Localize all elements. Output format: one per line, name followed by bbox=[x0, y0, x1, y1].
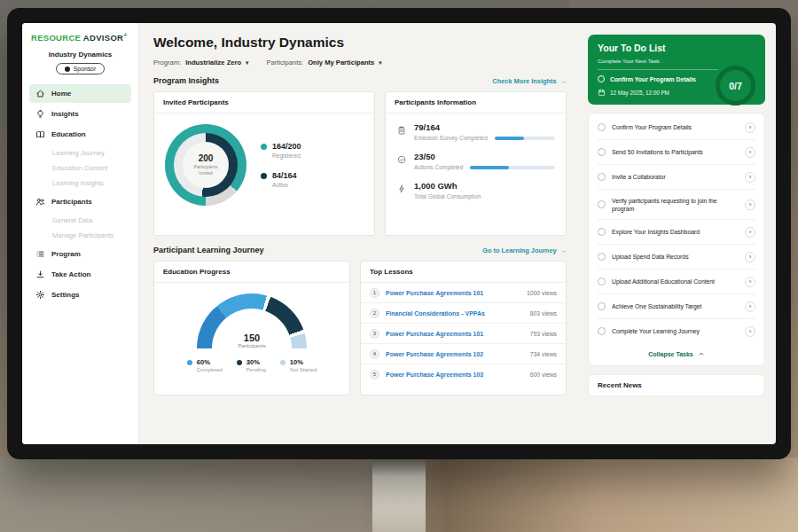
task-checkbox[interactable] bbox=[598, 327, 606, 335]
task-row[interactable]: Verify participants requesting to join t… bbox=[598, 190, 755, 220]
sidebar-item-general-data[interactable]: General Data bbox=[29, 213, 131, 228]
lesson-link[interactable]: Power Purchase Agreements 101 bbox=[386, 331, 524, 337]
donut-center-value: 200 bbox=[199, 153, 214, 163]
legend-label: Completed bbox=[197, 367, 223, 372]
check-more-insights-link[interactable]: Check More Insights → bbox=[492, 77, 567, 85]
task-row[interactable]: Upload Additional Educational Content › bbox=[598, 270, 755, 294]
sidebar-item-insights[interactable]: Insights bbox=[29, 105, 131, 123]
task-checkbox[interactable] bbox=[598, 200, 606, 208]
lesson-link[interactable]: Power Purchase Agreements 101 bbox=[386, 290, 520, 296]
page-title: Welcome, Industry Dynamics bbox=[153, 35, 567, 51]
task-checkbox[interactable] bbox=[598, 228, 606, 236]
chevron-right-icon[interactable]: › bbox=[745, 172, 755, 183]
lesson-views: 803 views bbox=[530, 310, 557, 317]
chevron-right-icon[interactable]: › bbox=[745, 227, 755, 238]
task-row[interactable]: Send 50 Invitations to Participants › bbox=[598, 140, 755, 165]
info-label: Emission Survey Completed bbox=[414, 135, 488, 141]
sidebar-item-learning-journey[interactable]: Learning Journey bbox=[29, 145, 131, 160]
chevron-right-icon[interactable]: › bbox=[745, 122, 755, 133]
lesson-views: 600 views bbox=[530, 372, 557, 378]
sidebar-item-label: Settings bbox=[51, 291, 80, 299]
sidebar-item-settings[interactable]: Settings bbox=[29, 286, 131, 304]
resource-advisor-logo: RESOURCE ADVISOR+ bbox=[29, 32, 131, 43]
task-checkbox[interactable] bbox=[598, 278, 606, 286]
task-row[interactable]: Explore Your Insights Dashboard › bbox=[598, 220, 755, 245]
info-row-consumption: 1,000 GWh Total Global Consumption bbox=[396, 181, 555, 200]
arrow-right-icon: → bbox=[560, 77, 567, 85]
participants-dropdown-value: Only My Participants bbox=[308, 59, 374, 66]
sidebar-item-program[interactable]: Program bbox=[29, 245, 131, 263]
program-filter-label: Program: bbox=[153, 59, 181, 66]
recent-news-label: Recent News bbox=[598, 381, 642, 389]
legend-dot bbox=[261, 173, 267, 179]
sidebar-item-participants[interactable]: Participants bbox=[29, 192, 131, 211]
collapse-tasks-link[interactable]: Collapse Tasks bbox=[598, 343, 755, 364]
chevron-right-icon[interactable]: › bbox=[745, 301, 755, 312]
go-to-learning-journey-link[interactable]: Go to Learning Journey → bbox=[482, 246, 567, 254]
sidebar-item-label: Home bbox=[51, 90, 71, 98]
card-title: Invited Participants bbox=[154, 92, 374, 113]
task-checkbox[interactable] bbox=[598, 253, 606, 261]
download-action-icon bbox=[35, 270, 45, 279]
actions-progress-bar bbox=[470, 166, 555, 169]
sponsor-badge[interactable]: Sponsor bbox=[56, 63, 105, 74]
sidebar-subitem-label: Manage Participants bbox=[52, 231, 113, 239]
task-row[interactable]: Confirm Your Program Details › bbox=[598, 115, 755, 140]
sidebar-item-label: Participants bbox=[51, 198, 92, 206]
todo-next-task[interactable]: Confirm Your Program Details bbox=[598, 69, 718, 82]
chevron-right-icon[interactable]: › bbox=[745, 200, 755, 210]
legend-dot bbox=[237, 360, 242, 365]
check-circle-icon bbox=[396, 153, 407, 163]
sidebar-item-label: Take Action bbox=[51, 270, 90, 278]
calendar-icon bbox=[598, 89, 606, 97]
task-label: Send 50 Invitations to Participants bbox=[612, 148, 739, 156]
info-row-survey: 79/164 Emission Survey Completed bbox=[396, 122, 555, 141]
task-row[interactable]: Achieve One Sustainability Target › bbox=[598, 294, 755, 319]
dashboard-screen: RESOURCE ADVISOR+ Industry Dynamics Spon… bbox=[22, 23, 776, 444]
task-checkbox[interactable] bbox=[598, 173, 606, 181]
task-checkbox[interactable] bbox=[598, 148, 606, 156]
lesson-link[interactable]: Financial Considerations - VPPAs bbox=[386, 310, 524, 317]
chevron-down-icon: ▾ bbox=[246, 59, 248, 66]
task-row[interactable]: Complete Your Learning Journey › bbox=[598, 319, 755, 343]
sidebar-item-education[interactable]: Education bbox=[29, 125, 131, 144]
task-checkbox[interactable] bbox=[598, 75, 605, 82]
task-row[interactable]: Invite a Collaborator › bbox=[598, 165, 755, 190]
task-label: Upload Additional Educational Content bbox=[612, 278, 739, 286]
lesson-row: 2 Financial Considerations - VPPAs 803 v… bbox=[361, 303, 566, 324]
logo-plus: + bbox=[123, 32, 127, 38]
chevron-right-icon[interactable]: › bbox=[745, 252, 755, 262]
card-title: Education Progress bbox=[154, 262, 349, 283]
legend-item-completed: 60% Completed bbox=[187, 358, 223, 372]
program-dropdown[interactable]: Industrialize Zero ▾ bbox=[185, 59, 248, 66]
legend-label: Pending bbox=[246, 367, 266, 372]
sponsor-badge-label: Sponsor bbox=[74, 66, 96, 72]
lesson-rank: 1 bbox=[370, 288, 379, 298]
legend-label: Registered bbox=[272, 153, 301, 159]
legend-item-pending: 30% Pending bbox=[237, 358, 266, 372]
lesson-link[interactable]: Power Purchase Agreements 102 bbox=[386, 351, 524, 357]
todo-tasks-card: Confirm Your Program Details › Send 50 I… bbox=[588, 113, 765, 366]
sidebar-item-education-content[interactable]: Education Content bbox=[29, 160, 131, 176]
info-value: 23/50 bbox=[414, 152, 555, 161]
task-checkbox[interactable] bbox=[598, 123, 606, 131]
participants-dropdown[interactable]: Only My Participants ▾ bbox=[308, 59, 381, 66]
recent-news-header[interactable]: Recent News bbox=[588, 374, 765, 396]
sidebar-item-learning-insights[interactable]: Learning Insights bbox=[29, 176, 131, 191]
chevron-right-icon[interactable]: › bbox=[745, 326, 755, 337]
task-row[interactable]: Upload Spend Data Records › bbox=[598, 245, 755, 270]
chevron-right-icon[interactable]: › bbox=[745, 147, 755, 158]
donut-center-label: Participants Invited bbox=[188, 164, 223, 176]
sidebar-item-manage-participants[interactable]: Manage Participants bbox=[29, 228, 131, 243]
sidebar-nav: Home Insights Education Learning Journey… bbox=[29, 84, 131, 304]
sidebar-item-home[interactable]: Home bbox=[29, 84, 131, 103]
task-checkbox[interactable] bbox=[598, 302, 606, 310]
progress-fill bbox=[495, 137, 524, 140]
lesson-link[interactable]: Power Purchase Agreements 103 bbox=[386, 372, 524, 378]
link-label: Check More Insights bbox=[492, 77, 556, 85]
todo-progress-ring: 0/7 bbox=[716, 66, 755, 106]
monitor-stand bbox=[372, 457, 426, 532]
sidebar-item-take-action[interactable]: Take Action bbox=[29, 265, 131, 284]
chevron-right-icon[interactable]: › bbox=[745, 277, 755, 287]
sidebar-subitem-label: General Data bbox=[52, 216, 92, 224]
